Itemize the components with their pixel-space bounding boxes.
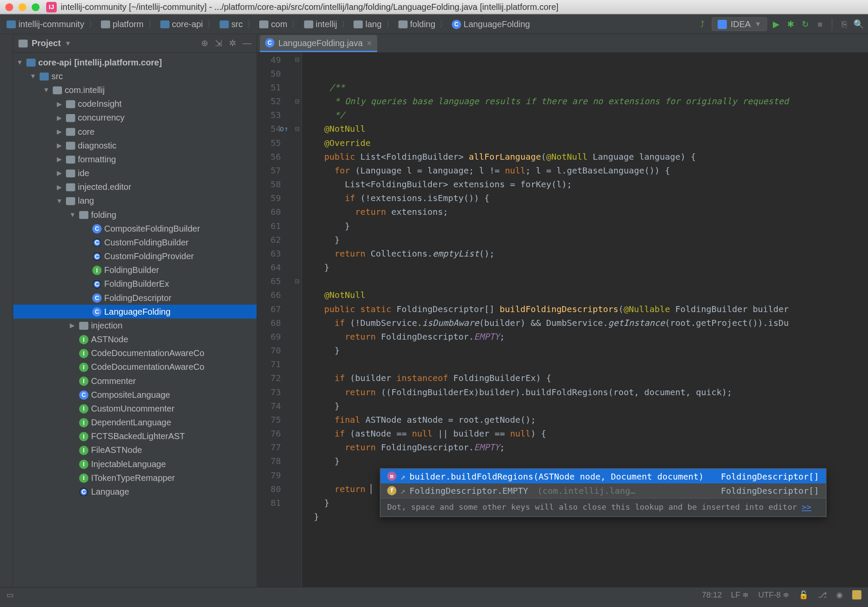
tree-arrow-icon[interactable]: ▼ <box>42 87 50 94</box>
tree-row[interactable]: IFCTSBackedLighterAST <box>13 429 257 443</box>
code-line[interactable] <box>309 357 868 371</box>
build-icon[interactable]: ⤴ <box>697 19 708 30</box>
run-icon[interactable]: ▶ <box>771 19 782 30</box>
line-ending[interactable]: LF ≑ <box>731 590 749 599</box>
window-close-icon[interactable] <box>5 3 13 11</box>
tree-row[interactable]: IDependentLanguage <box>13 415 257 429</box>
fold-marker[interactable] <box>293 385 301 399</box>
fold-gutter[interactable]: ⊟⊟⊟⊟ <box>293 53 302 587</box>
cursor-position[interactable]: 78:12 <box>702 590 722 599</box>
tree-row[interactable]: ▶core <box>13 125 257 139</box>
fold-marker[interactable]: ⊟ <box>293 94 301 108</box>
code-line[interactable] <box>309 274 868 288</box>
tree-arrow-icon[interactable]: ▶ <box>56 183 63 191</box>
code-line[interactable]: * Only queries base language results if … <box>309 94 868 108</box>
window-zoom-icon[interactable] <box>32 3 40 11</box>
stop-icon[interactable]: ■ <box>815 19 825 30</box>
fold-marker[interactable] <box>293 136 301 150</box>
file-encoding[interactable]: UTF-8 ≑ <box>758 590 790 599</box>
completion-popup[interactable]: m↗builder.buildFoldRegions(ASTNode node,… <box>380 468 826 517</box>
tree-row[interactable]: ▶concurrency <box>13 111 257 124</box>
override-marker-icon[interactable]: o↑ <box>280 122 288 136</box>
code-line[interactable]: @Override <box>309 136 868 150</box>
tree-row[interactable]: CFoldingDescriptor <box>13 291 257 305</box>
memory-indicator-icon[interactable]: ◉ <box>836 590 843 599</box>
completion-item[interactable]: f↗FoldingDescriptor.EMPTY (com.intellij.… <box>381 483 826 498</box>
vcs-icon[interactable]: ⎘ <box>839 19 850 30</box>
tree-arrow-icon[interactable]: ▶ <box>56 142 63 149</box>
tree-row[interactable]: IITokenTypeRemapper <box>13 471 257 485</box>
code-line[interactable]: for (Language l = language; l != null; l… <box>309 164 868 177</box>
code-line[interactable]: List<FoldingBuilder> extensions = forKey… <box>309 177 868 191</box>
fold-marker[interactable] <box>293 357 301 371</box>
tree-arrow-icon[interactable]: ▼ <box>56 197 63 204</box>
code-line[interactable]: return FoldingDescriptor.EMPTY; <box>309 330 868 344</box>
tree-row[interactable]: IASTNode <box>13 332 257 346</box>
tree-row[interactable]: ▼src <box>13 69 257 83</box>
breadcrumb-item[interactable]: platform <box>98 18 146 30</box>
tree-row[interactable]: ▶injection <box>13 319 257 332</box>
tree-row[interactable]: ▶ide <box>13 166 257 180</box>
fold-marker[interactable] <box>293 496 301 510</box>
fold-marker[interactable] <box>293 67 301 81</box>
code-area[interactable]: /** * Only queries base language results… <box>302 53 868 587</box>
code-line[interactable]: } <box>309 260 868 274</box>
tree-row[interactable]: CCompositeFoldingBuilder <box>13 222 257 235</box>
tree-row[interactable]: ▼lang <box>13 194 257 207</box>
project-tree[interactable]: ▼core-api [intellij.platform.core]▼src▼c… <box>13 53 257 587</box>
tree-row[interactable]: ICodeDocumentationAwareCo <box>13 360 257 374</box>
collapse-all-icon[interactable]: ⇲ <box>215 38 222 48</box>
tree-arrow-icon[interactable]: ▶ <box>56 128 63 135</box>
run-config-selector[interactable]: IDEA ▼ <box>712 17 767 31</box>
code-line[interactable]: final ASTNode astNode = root.getNode(); <box>309 413 868 427</box>
code-line[interactable]: } <box>309 344 868 357</box>
breadcrumb-item[interactable]: intellij-community <box>4 18 87 30</box>
code-line[interactable]: public List<FoldingBuilder> allForLangua… <box>309 150 868 164</box>
hide-icon[interactable]: — <box>243 38 251 48</box>
lock-icon[interactable]: 🔓 <box>799 590 809 599</box>
breadcrumb-item[interactable]: src <box>217 18 245 30</box>
project-panel-title[interactable]: Project <box>32 38 61 48</box>
tree-arrow-icon[interactable]: ▶ <box>56 114 63 121</box>
fold-marker[interactable] <box>293 191 301 205</box>
git-branch-icon[interactable]: ⎇ <box>818 590 827 599</box>
tree-row[interactable]: CCustomFoldingProvider <box>13 249 257 263</box>
fold-marker[interactable] <box>293 316 301 330</box>
tree-row[interactable]: CCompositeLanguage <box>13 388 257 402</box>
tree-row[interactable]: ▶codeInsight <box>13 97 257 111</box>
hint-link[interactable]: >> <box>802 502 811 511</box>
fold-marker[interactable] <box>293 330 301 344</box>
tree-arrow-icon[interactable]: ▶ <box>56 156 63 163</box>
code-line[interactable]: @NotNull <box>309 288 868 302</box>
fold-marker[interactable] <box>293 399 301 413</box>
code-line[interactable]: } <box>309 454 868 468</box>
tree-row[interactable]: CCustomFoldingBuilder <box>13 235 257 249</box>
search-icon[interactable]: 🔍 <box>853 19 864 30</box>
breadcrumb-item[interactable]: intellij <box>301 18 340 30</box>
code-line[interactable]: return extensions; <box>309 205 868 219</box>
tree-row[interactable]: ▼com.intellij <box>13 83 257 97</box>
fold-marker[interactable]: ⊟ <box>293 274 301 288</box>
tree-arrow-icon[interactable]: ▶ <box>56 170 63 177</box>
tree-row[interactable]: ▶formatting <box>13 152 257 166</box>
tree-row[interactable]: IFoldingBuilder <box>13 263 257 277</box>
breadcrumb-item[interactable]: CLanguageFolding <box>449 18 533 30</box>
coverage-icon[interactable]: ↻ <box>800 19 811 30</box>
code-line[interactable]: if (builder instanceof FoldingBuilderEx)… <box>309 371 868 385</box>
code-line[interactable]: } <box>309 233 868 247</box>
breadcrumb-item[interactable]: folding <box>396 18 438 30</box>
code-line[interactable]: return ((FoldingBuilderEx)builder).build… <box>309 385 868 399</box>
fold-marker[interactable]: ⊟ <box>293 53 301 67</box>
fold-marker[interactable] <box>293 344 301 357</box>
tree-arrow-icon[interactable]: ▼ <box>68 211 76 218</box>
fold-marker[interactable] <box>293 440 301 454</box>
fold-marker[interactable] <box>293 482 301 496</box>
fold-marker[interactable] <box>293 164 301 177</box>
close-icon[interactable]: × <box>367 38 372 48</box>
tree-row[interactable]: IFileASTNode <box>13 443 257 457</box>
breadcrumb-item[interactable]: lang <box>351 18 384 30</box>
tree-row[interactable]: ▼folding <box>13 208 257 222</box>
code-line[interactable]: } <box>309 219 868 233</box>
breadcrumb-item[interactable]: core-api <box>158 18 206 30</box>
tree-arrow-icon[interactable]: ▶ <box>68 322 76 329</box>
